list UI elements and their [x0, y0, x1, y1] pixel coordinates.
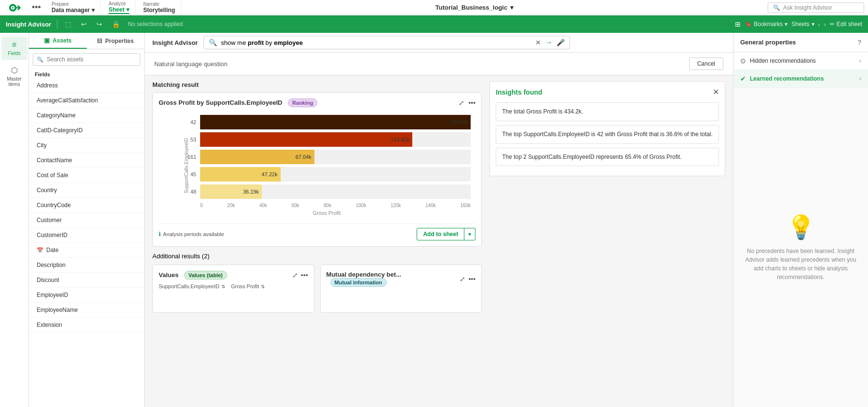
calendar-icon: 📅 — [37, 247, 43, 253]
field-item[interactable]: City — [29, 138, 144, 153]
nav-back-button[interactable]: ‹ — [818, 21, 820, 28]
undo-button[interactable]: ↩ — [79, 19, 89, 29]
field-name: Date — [46, 247, 58, 253]
field-name: Description — [37, 262, 66, 268]
selection-toolbar-icon[interactable]: ⬚ — [63, 19, 73, 29]
sort-icon-1[interactable]: ⇅ — [221, 284, 225, 289]
add-to-sheet-dropdown[interactable]: ▾ — [464, 228, 475, 240]
field-item[interactable]: ContactName — [29, 153, 144, 168]
field-item[interactable]: EmployeeName — [29, 303, 144, 318]
card1-more-button[interactable]: ••• — [301, 271, 308, 279]
field-item[interactable]: Cost of Sale — [29, 168, 144, 183]
search-submit-button[interactable]: → — [545, 38, 553, 47]
field-item[interactable]: CatID-CategoryID — [29, 123, 144, 138]
x-tick: 40k — [259, 203, 267, 208]
field-item[interactable]: Discount — [29, 273, 144, 288]
grid-view-icon[interactable]: ⊞ — [735, 20, 741, 28]
cancel-button[interactable]: Cancel — [689, 57, 723, 70]
edit-sheet-button[interactable]: ✏ Edit sheet — [830, 21, 862, 28]
bar-row[interactable]: 161 67.04k — [183, 150, 471, 164]
fields-list: AddressAverageCallSatisfactionCategoryNa… — [29, 78, 144, 407]
narrate-sublabel: Storytelling — [143, 7, 175, 14]
field-item[interactable]: 📅Date — [29, 243, 144, 258]
field-name: Cost of Sale — [37, 172, 68, 179]
sort-icon-2[interactable]: ⇅ — [261, 284, 265, 289]
bar-row[interactable]: 53 124.82k — [183, 132, 471, 147]
x-axis-title: Gross Profit — [183, 210, 471, 216]
expand-chart-button[interactable]: ⤢ — [459, 99, 464, 107]
analyze-nav[interactable]: Analyze Sheet ▾ — [103, 0, 136, 15]
sheets-button[interactable]: Sheets ▾ — [791, 21, 814, 28]
hidden-recommendations-section[interactable]: ⊙ Hidden recommendations › — [733, 52, 868, 70]
nav-forward-button[interactable]: › — [824, 21, 826, 28]
properties-tab-button[interactable]: ⊟ Properties — [87, 33, 145, 49]
help-button[interactable]: ? — [858, 39, 861, 46]
microphone-button[interactable]: 🎤 — [556, 39, 565, 46]
bar-fill: 124.82k — [200, 132, 412, 147]
field-item[interactable]: CountryCode — [29, 198, 144, 213]
insight-advisor-header: Insight Advisor 🔍 show me profit by empl… — [145, 33, 733, 53]
ask-insight-advisor-box[interactable]: 🔍 Ask Insight Advisor — [768, 2, 864, 13]
search-input[interactable] — [33, 53, 140, 66]
expand-card2-button[interactable]: ⤢ — [460, 275, 465, 283]
prepare-nav[interactable]: Prepare Data manager ▾ — [46, 0, 101, 15]
assets-tab-button[interactable]: ▣ Assets — [29, 33, 87, 49]
field-item[interactable]: CustomerID — [29, 228, 144, 243]
chart-more-button[interactable]: ••• — [468, 99, 475, 107]
narrate-nav[interactable]: Narrate Storytelling — [137, 0, 181, 15]
app-title[interactable]: Tutorial_Business_logic ▾ — [183, 4, 766, 11]
more-options-button[interactable]: ••• — [29, 1, 44, 14]
bar-row[interactable]: 48 36.19k — [183, 184, 471, 199]
results-left-column: Matching result Gross Profit by SupportC… — [152, 81, 482, 401]
matching-result-section: Matching result Gross Profit by SupportC… — [152, 81, 482, 247]
redo-button[interactable]: ↪ — [95, 19, 104, 29]
field-name: EmployeeName — [37, 307, 78, 313]
expand-card1-button[interactable]: ⤢ — [292, 271, 298, 279]
add-card1-columns: SupportCalls.EmployeeID ⇅ Gross Profit ⇅ — [159, 283, 308, 289]
field-item[interactable]: CategoryName — [29, 108, 144, 123]
insights-title: Insights found — [496, 88, 542, 96]
search-bar-icon: 🔍 — [209, 39, 217, 46]
general-properties-title: General properties — [740, 39, 796, 46]
bookmarks-button[interactable]: 🔖 Bookmarks ▾ — [745, 21, 787, 28]
ask-insight-placeholder: Ask Insight Advisor — [783, 4, 832, 11]
svg-point-2 — [12, 7, 14, 8]
lock-button[interactable]: 🔒 — [110, 19, 122, 29]
fields-icon: ≡ — [12, 41, 16, 49]
right-panel-header: General properties ? — [733, 33, 868, 52]
field-item[interactable]: Description — [29, 258, 144, 273]
search-text-display: show me profit by employee — [221, 39, 531, 46]
add-card1-header: Values Values (table) ⤢ ••• — [159, 271, 308, 280]
field-item[interactable]: Extension — [29, 318, 144, 333]
insights-close-button[interactable]: ✕ — [713, 87, 719, 97]
right-panel: General properties ? ⊙ Hidden recommenda… — [733, 33, 868, 407]
insight-item: The top 2 SupportCalls.EmployeeID repres… — [496, 148, 719, 167]
field-name: AverageCallSatisfaction — [37, 97, 98, 104]
field-item[interactable]: EmployeeID — [29, 288, 144, 303]
field-item[interactable]: Address — [29, 78, 144, 93]
field-item[interactable]: Customer — [29, 213, 144, 228]
bar-fill: 67.04k — [200, 150, 314, 164]
fields-tab[interactable]: ≡ Fields — [1, 37, 27, 60]
add-card2-header: Mutual dependency bet... Mutual informat… — [326, 271, 476, 287]
insight-search-bar[interactable]: 🔍 show me profit by employee ✕ → 🎤 — [203, 36, 570, 49]
add-to-sheet-main[interactable]: Add to sheet — [417, 228, 464, 240]
field-name: Discount — [37, 277, 59, 283]
learned-recommendations-section[interactable]: ✔ Learned recommendations › — [733, 70, 868, 88]
x-tick: 140k — [425, 203, 436, 208]
field-item[interactable]: AverageCallSatisfaction — [29, 93, 144, 108]
master-items-tab[interactable]: ⬡ Master items — [1, 62, 27, 91]
bar-value: 158.94k — [449, 119, 468, 125]
analysis-periods-info: ℹ Analysis periods available — [159, 231, 224, 238]
bar-row[interactable]: 42 158.94k — [183, 115, 471, 129]
hidden-rec-label: ⊙ Hidden recommendations — [740, 57, 816, 65]
col2-label: Gross Profit ⇅ — [231, 283, 265, 289]
x-tick: 20k — [227, 203, 235, 208]
card2-more-button[interactable]: ••• — [468, 275, 475, 283]
search-clear-button[interactable]: ✕ — [535, 39, 541, 46]
field-item[interactable]: Country — [29, 183, 144, 198]
bar-row[interactable]: 45 47.22k — [183, 167, 471, 182]
bar-track: 47.22k — [200, 167, 471, 182]
results-area: Matching result Gross Profit by SupportC… — [145, 75, 733, 407]
bar-value: 124.82k — [391, 137, 409, 142]
